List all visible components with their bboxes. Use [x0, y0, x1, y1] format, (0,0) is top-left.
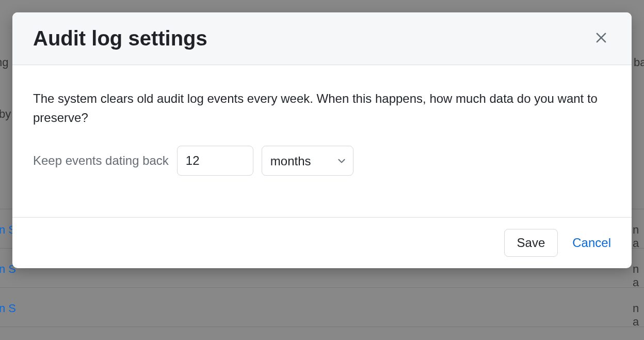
bg-text: n a — [633, 262, 644, 289]
retention-unit-select[interactable]: months — [262, 146, 353, 176]
modal-description: The system clears old audit log events e… — [33, 89, 611, 127]
bg-divider — [0, 287, 644, 288]
bg-text: n a — [633, 302, 644, 329]
retention-label: Keep events dating back — [33, 153, 169, 168]
save-button[interactable]: Save — [504, 229, 558, 257]
close-icon — [594, 31, 608, 46]
cancel-button[interactable]: Cancel — [572, 236, 611, 250]
retention-form-row: Keep events dating back months — [33, 146, 611, 176]
modal-header: Audit log settings — [12, 12, 632, 65]
retention-unit-wrapper: months — [262, 146, 353, 176]
bg-text: n a — [633, 223, 644, 250]
modal-body: The system clears old audit log events e… — [12, 65, 632, 217]
audit-log-settings-modal: Audit log settings The system clears old… — [12, 12, 632, 268]
bg-link-fragment: n S — [0, 302, 16, 315]
bg-divider — [0, 327, 644, 327]
retention-value-input[interactable] — [177, 146, 253, 176]
modal-title: Audit log settings — [33, 27, 207, 50]
bg-text: ng — [0, 56, 8, 69]
bg-text: ba — [634, 56, 644, 69]
bg-text: by — [0, 107, 11, 121]
close-button[interactable] — [591, 28, 611, 49]
modal-footer: Save Cancel — [12, 217, 632, 268]
